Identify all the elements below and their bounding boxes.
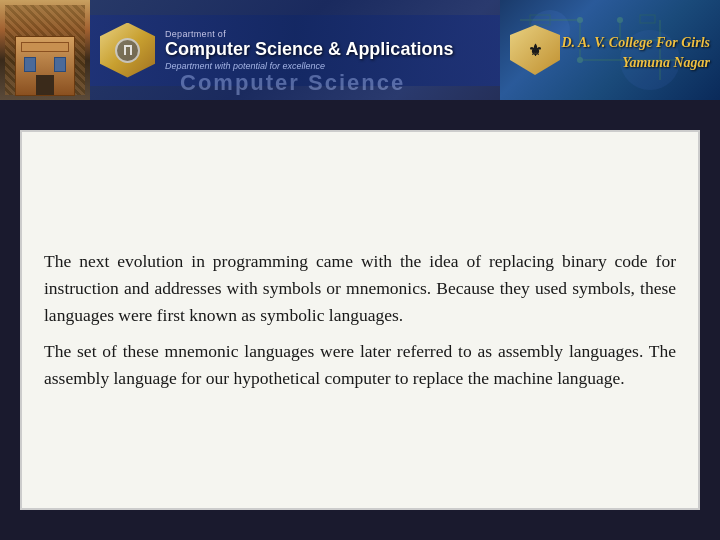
paragraph-1: The next evolution in programming came w… xyxy=(44,248,676,329)
svg-rect-11 xyxy=(640,15,655,23)
svg-point-8 xyxy=(617,17,623,23)
dept-title-label: Computer Science & Applications xyxy=(165,39,453,61)
department-info: •••••• Department of Computer Science & … xyxy=(90,15,500,86)
svg-point-6 xyxy=(577,17,583,23)
college-name: D. A. V. College For Girls Yamuna Nagar xyxy=(561,33,710,72)
cs-watermark: Computer Science xyxy=(180,70,500,96)
paragraph-2: The set of these mnemonic languages were… xyxy=(44,338,676,392)
main-content: The next evolution in programming came w… xyxy=(0,100,720,540)
dept-shield-icon xyxy=(100,23,155,78)
cs-watermark-text: Computer Science xyxy=(180,70,405,96)
college-info: ⚜ D. A. V. College For Girls Yamuna Naga… xyxy=(500,0,720,100)
header-banner: •••••• Department of Computer Science & … xyxy=(0,0,720,100)
dept-small-label: Department of xyxy=(165,29,453,39)
content-box: The next evolution in programming came w… xyxy=(20,130,700,510)
building-image xyxy=(0,0,90,100)
dept-text: Department of Computer Science & Applica… xyxy=(165,29,453,71)
